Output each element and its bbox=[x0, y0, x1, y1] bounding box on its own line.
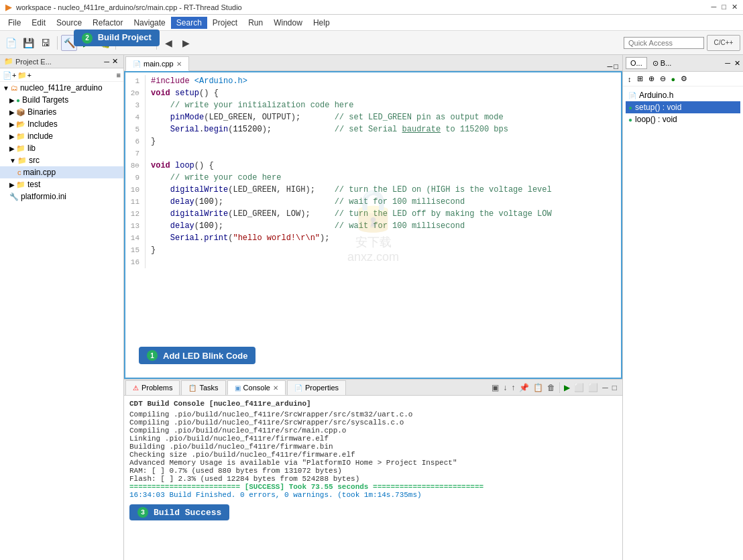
console-stop-btn[interactable]: ⬜ bbox=[573, 383, 585, 392]
code-line-6: 6 } bbox=[125, 135, 621, 148]
console-run-btn[interactable]: ▶ bbox=[563, 383, 571, 392]
console-area[interactable]: CDT Build Console [nucleo_f411re_arduino… bbox=[124, 396, 622, 560]
console-line-7: Advanced Memory Usage is available via "… bbox=[129, 459, 617, 467]
separator-1 bbox=[57, 36, 58, 50]
close-panel-button[interactable]: ✕ bbox=[111, 57, 119, 66]
console-pin-btn[interactable]: 📌 bbox=[518, 383, 530, 392]
console-down-btn[interactable]: ↓ bbox=[502, 383, 508, 392]
tree-collapse-btn[interactable]: ≡ bbox=[117, 71, 121, 80]
expand-icon-test: ▶ bbox=[9, 181, 15, 188]
outline-settings-btn[interactable]: ● bbox=[669, 74, 678, 84]
tree-item-src[interactable]: ▼ 📁 src bbox=[0, 154, 123, 166]
minimize-panel-button[interactable]: ─ bbox=[103, 58, 111, 66]
tree-item-includes[interactable]: ▶ 📂 Includes bbox=[0, 118, 123, 130]
outline-item-loop[interactable]: ● loop() : void bbox=[626, 113, 740, 125]
outline-expand-btn[interactable]: ⊕ bbox=[646, 74, 656, 84]
console-minimize-btn[interactable]: ─ bbox=[601, 383, 610, 392]
tree-item-main-cpp[interactable]: c main.cpp bbox=[0, 166, 123, 178]
tree-item-lib[interactable]: ▶ 📁 lib bbox=[0, 142, 123, 154]
editor-minimize-btn[interactable]: ─ bbox=[608, 62, 613, 70]
close-button[interactable]: ✕ bbox=[732, 3, 738, 11]
outline-tab[interactable]: O... bbox=[626, 57, 647, 69]
minimize-button[interactable]: ─ bbox=[711, 3, 717, 11]
console-clear-btn[interactable]: 🗑 bbox=[546, 383, 557, 392]
new-button[interactable]: 📄 bbox=[3, 35, 19, 51]
console-extra-btn[interactable]: ⬜ bbox=[587, 383, 599, 392]
bottom-tab-bar: ⚠ Problems 📋 Tasks ▣ Console ✕ 📄 Propert… bbox=[124, 380, 622, 396]
tab-properties[interactable]: 📄 Properties bbox=[287, 380, 346, 395]
save-all-button[interactable]: 🖫 bbox=[38, 35, 54, 51]
save-button[interactable]: 💾 bbox=[20, 35, 36, 51]
tree-item-test[interactable]: ▶ 📁 test bbox=[0, 178, 123, 190]
tree-toolbar-btn-1[interactable]: 📄+ bbox=[3, 71, 16, 80]
expand-icon-inc: ▶ bbox=[9, 121, 15, 128]
perspective-button[interactable]: C/C++ bbox=[707, 35, 740, 51]
app-icon: ▶ bbox=[5, 2, 12, 12]
project-name: nucleo_f411re_arduino bbox=[20, 83, 103, 93]
menu-help[interactable]: Help bbox=[308, 17, 335, 29]
tab-console-close[interactable]: ✕ bbox=[273, 384, 278, 392]
debug-button[interactable]: 🐛 bbox=[96, 35, 112, 51]
tab-console[interactable]: ▣ Console ✕ bbox=[227, 380, 286, 395]
quick-access-input[interactable] bbox=[624, 37, 704, 49]
tree-item-include[interactable]: ▶ 📁 include bbox=[0, 130, 123, 142]
outline-collapse-btn[interactable]: ⊖ bbox=[658, 74, 668, 84]
outline-filter-btn[interactable]: ⊞ bbox=[635, 74, 645, 84]
console-up-btn[interactable]: ↑ bbox=[510, 383, 516, 392]
menu-file[interactable]: File bbox=[3, 17, 26, 29]
redo-button[interactable]: ↪ bbox=[137, 35, 153, 51]
outline-item-arduino[interactable]: 📄 Arduino.h bbox=[626, 89, 740, 101]
tree-item-platformio-ini[interactable]: 🔧 platformio.ini bbox=[0, 190, 123, 203]
tree-toolbar-btn-2[interactable]: 📁+ bbox=[17, 71, 31, 80]
tab-problems-label: Problems bbox=[141, 384, 172, 392]
menu-search[interactable]: Search bbox=[171, 17, 207, 29]
include-icon: 📁 bbox=[16, 132, 25, 141]
run-button[interactable]: ▶ bbox=[78, 35, 95, 51]
project-folder-icon: 🗂 bbox=[11, 84, 18, 92]
console-maximize-btn[interactable]: □ bbox=[611, 383, 618, 392]
right-panel-minimize[interactable]: ─ bbox=[725, 59, 730, 67]
build-success-label: Build Success bbox=[154, 508, 221, 518]
menu-navigate[interactable]: Navigate bbox=[128, 17, 170, 29]
tab-tasks[interactable]: 📋 Tasks bbox=[181, 380, 225, 395]
tree-item-build-targets[interactable]: ▶ ● Build Targets bbox=[0, 94, 123, 106]
platformio-ini-label: platformio.ini bbox=[21, 192, 66, 201]
undo-button[interactable]: ↩ bbox=[119, 35, 135, 51]
right-panel-close[interactable]: ✕ bbox=[734, 59, 740, 68]
expand-icon-lib: ▶ bbox=[9, 145, 15, 152]
tab-tasks-label: Tasks bbox=[199, 384, 218, 392]
tree-item-project[interactable]: ▼ 🗂 nucleo_f411re_arduino bbox=[0, 82, 123, 94]
prev-button[interactable]: ◀ bbox=[160, 35, 176, 51]
main-cpp-label: main.cpp bbox=[23, 168, 56, 177]
outline-tree: 📄 Arduino.h ● setup() : void ● loop() : … bbox=[623, 87, 743, 128]
editor-maximize-btn[interactable]: □ bbox=[614, 62, 618, 70]
next-button[interactable]: ▶ bbox=[178, 35, 194, 51]
breadcrumb-tab[interactable]: ⊙ B... bbox=[648, 58, 676, 69]
menu-run[interactable]: Run bbox=[243, 17, 268, 29]
menu-source[interactable]: Source bbox=[51, 17, 87, 29]
menu-window[interactable]: Window bbox=[268, 17, 308, 29]
outline-gear-btn[interactable]: ⚙ bbox=[679, 74, 689, 84]
tab-close-button[interactable]: ✕ bbox=[176, 60, 182, 68]
menu-project[interactable]: Project bbox=[207, 17, 243, 29]
expand-icon-bt: ▶ bbox=[9, 97, 15, 104]
separator-2 bbox=[115, 36, 116, 50]
code-line-16: 16 bbox=[125, 256, 621, 268]
lib-icon: 📁 bbox=[16, 144, 25, 153]
code-editor[interactable]: 🔒 安下载anxz.com 1 #include <Arduino.h> 2⊖ … bbox=[124, 71, 622, 379]
menu-refactor[interactable]: Refactor bbox=[87, 17, 128, 29]
tab-console-label: Console bbox=[243, 384, 270, 392]
console-new-btn[interactable]: ▣ bbox=[490, 383, 500, 392]
src-icon: 📁 bbox=[17, 156, 27, 165]
tab-main-cpp[interactable]: 📄 main.cpp ✕ bbox=[125, 56, 189, 71]
menu-edit[interactable]: Edit bbox=[26, 17, 51, 29]
maximize-button[interactable]: □ bbox=[722, 3, 726, 11]
tab-problems[interactable]: ⚠ Problems bbox=[125, 380, 180, 395]
console-copy-btn[interactable]: 📋 bbox=[532, 383, 545, 392]
outline-sort-btn[interactable]: ↕ bbox=[626, 74, 634, 84]
code-line-1: 1 #include <Arduino.h> bbox=[125, 75, 621, 87]
build-button[interactable]: 🔨 bbox=[61, 35, 77, 51]
tree-item-binaries[interactable]: ▶ 📦 Binaries bbox=[0, 106, 123, 118]
expand-icon: ▼ bbox=[3, 85, 9, 92]
outline-item-setup[interactable]: ● setup() : void bbox=[626, 101, 740, 113]
